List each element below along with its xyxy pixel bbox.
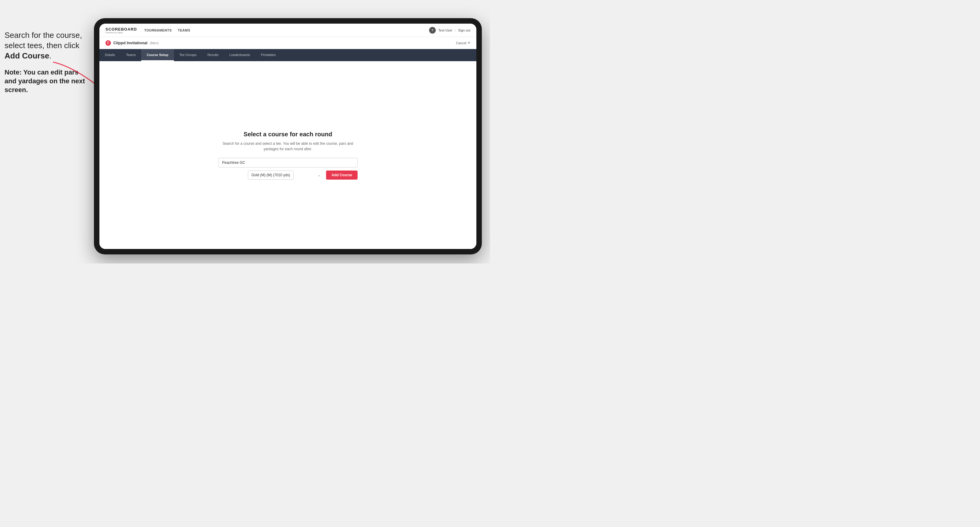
annotation-area: Search for the course, select tees, then… xyxy=(5,30,89,94)
tab-details[interactable]: Details xyxy=(99,49,121,61)
course-search-wrap xyxy=(218,158,358,167)
user-name: Test User xyxy=(438,29,452,32)
user-avatar: T xyxy=(429,27,436,33)
sign-out-link[interactable]: Sign out xyxy=(458,29,470,32)
tab-course-setup[interactable]: Course Setup xyxy=(141,49,174,61)
annotation-note-text: Note: You can edit pars and yardages on … xyxy=(5,68,89,94)
nav-right: T Test User | Sign out xyxy=(429,27,470,33)
course-search-input[interactable] xyxy=(218,158,358,167)
tab-results[interactable]: Results xyxy=(202,49,224,61)
nav-links: TOURNAMENTS TEAMS xyxy=(144,29,429,32)
logo-sub: Powered by clippd xyxy=(105,32,137,33)
tournament-sub: (Men) xyxy=(150,41,159,45)
nav-tournaments[interactable]: TOURNAMENTS xyxy=(144,29,172,32)
main-content: Select a course for each round Search fo… xyxy=(99,61,476,249)
annotation-search-text: Search for the course, select tees, then… xyxy=(5,30,89,61)
card-description: Search for a course and select a tee. Yo… xyxy=(218,141,358,152)
pipe: | xyxy=(455,29,456,32)
tablet-device: SCOREBOARD Powered by clippd TOURNAMENTS… xyxy=(94,18,482,254)
tab-teams[interactable]: Teams xyxy=(121,49,141,61)
course-setup-card: Select a course for each round Search fo… xyxy=(218,131,358,179)
tab-printables[interactable]: Printables xyxy=(255,49,281,61)
tabs-bar: Details Teams Course Setup Tee Groups Re… xyxy=(99,49,476,61)
card-title: Select a course for each round xyxy=(218,131,358,138)
add-course-button[interactable]: Add Course xyxy=(326,170,358,179)
tab-leaderboards[interactable]: Leaderboards xyxy=(224,49,255,61)
tournament-name: Clippd Invitational xyxy=(113,41,148,45)
logo-area: SCOREBOARD Powered by clippd xyxy=(105,27,137,33)
tee-select-row: Gold (M) (M) (7010 yds) Add Course xyxy=(218,170,358,179)
cancel-button[interactable]: Cancel ✕ xyxy=(456,41,470,45)
clippd-icon: C xyxy=(105,40,111,46)
tablet-screen: SCOREBOARD Powered by clippd TOURNAMENTS… xyxy=(99,24,476,249)
navbar: SCOREBOARD Powered by clippd TOURNAMENTS… xyxy=(99,24,476,37)
tournament-header: C Clippd Invitational (Men) Cancel ✕ xyxy=(99,37,476,49)
tab-tee-groups[interactable]: Tee Groups xyxy=(174,49,202,61)
logo-text: SCOREBOARD xyxy=(105,27,137,32)
nav-teams[interactable]: TEAMS xyxy=(178,29,190,32)
tee-select[interactable]: Gold (M) (M) (7010 yds) xyxy=(248,170,294,179)
tee-select-wrapper: Gold (M) (M) (7010 yds) xyxy=(218,170,324,179)
tournament-title: C Clippd Invitational (Men) xyxy=(105,40,159,46)
